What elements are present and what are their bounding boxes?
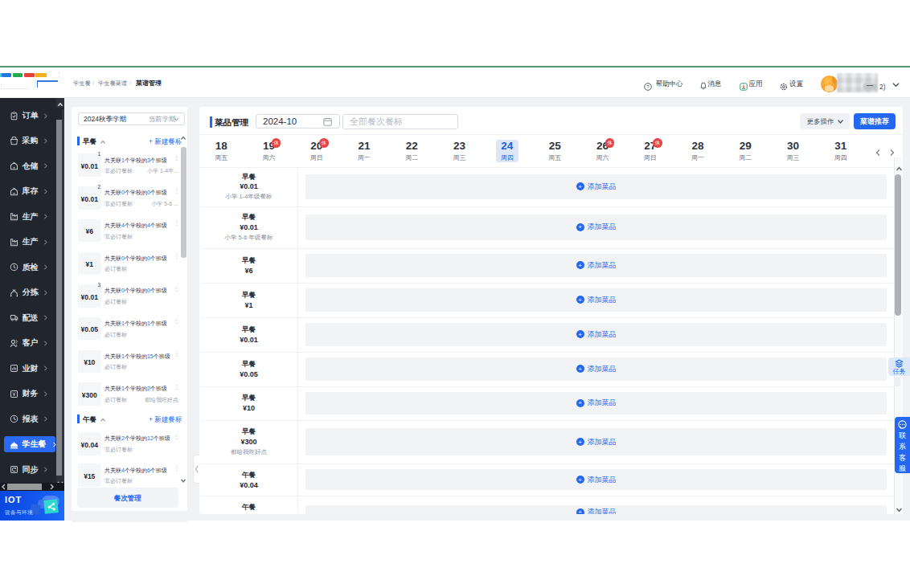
svg-text:客: 客 — [899, 454, 906, 462]
svg-text:系: 系 — [899, 443, 906, 451]
svg-text:任务: 任务 — [892, 368, 906, 375]
svg-text:联: 联 — [899, 431, 906, 439]
svg-text:?: ? — [646, 84, 650, 89]
svg-text:服: 服 — [899, 464, 906, 472]
